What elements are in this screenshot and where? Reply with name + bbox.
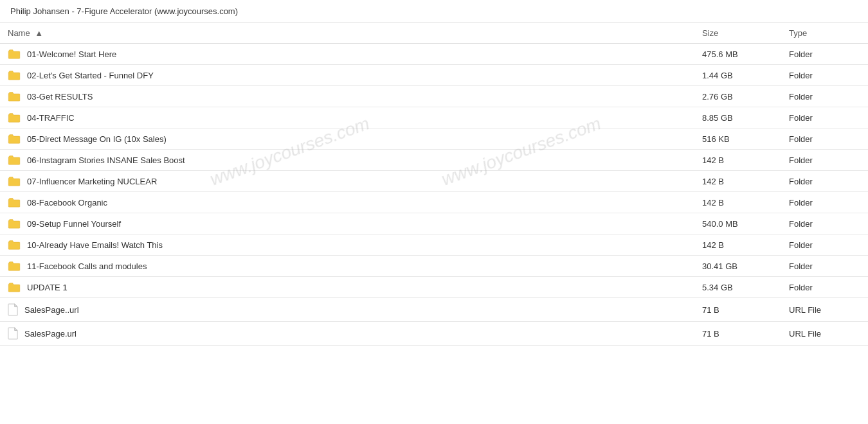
file-name-text: 02-Let's Get Started - Funnel DFY <box>27 71 154 80</box>
file-name-cell: UPDATE 1 <box>0 277 694 298</box>
file-size-cell: 540.0 MB <box>694 213 781 234</box>
table-row[interactable]: 04-TRAFFIC8.85 GBFolder <box>0 107 868 128</box>
sort-icon: ▲ <box>35 28 43 38</box>
folder-icon <box>8 218 21 229</box>
file-type-cell: Folder <box>781 44 868 65</box>
file-size-cell: 8.85 GB <box>694 107 781 128</box>
file-type-cell: Folder <box>781 86 868 107</box>
file-name-cell: SalesPage..url <box>0 298 694 322</box>
file-type-cell: Folder <box>781 107 868 128</box>
file-table: Name ▲ Size Type 01-Welcome! Start Here4… <box>0 23 868 346</box>
file-size-cell: 30.41 GB <box>694 256 781 277</box>
table-row[interactable]: 03-Get RESULTS2.76 GBFolder <box>0 86 868 107</box>
file-icon <box>8 303 18 316</box>
file-name-cell: 06-Instagram Stories INSANE Sales Boost <box>0 150 694 171</box>
file-type-cell: Folder <box>781 234 868 256</box>
file-type-cell: Folder <box>781 171 868 192</box>
table-row[interactable]: 11-Facebook Calls and modules30.41 GBFol… <box>0 256 868 277</box>
folder-icon <box>8 176 21 186</box>
file-type-cell: Folder <box>781 128 868 150</box>
table-header-row: Name ▲ Size Type <box>0 23 868 44</box>
name-header-label: Name <box>8 28 30 38</box>
file-name-text: 03-Get RESULTS <box>27 92 93 102</box>
file-name-cell: 11-Facebook Calls and modules <box>0 256 694 277</box>
file-type-cell: Folder <box>781 213 868 234</box>
file-name-text: 10-Already Have Emails! Watch This <box>27 240 163 250</box>
folder-icon <box>8 134 21 144</box>
file-name-text: SalesPage..url <box>24 305 79 315</box>
window-title: Philip Johansen - 7-Figure Accelerator (… <box>0 0 868 23</box>
name-column-header[interactable]: Name ▲ <box>0 23 694 44</box>
table-row[interactable]: 09-Setup Funnel Yourself540.0 MBFolder <box>0 213 868 234</box>
file-name-text: 11-Facebook Calls and modules <box>27 261 147 271</box>
file-size-cell: 475.6 MB <box>694 44 781 65</box>
file-type-cell: Folder <box>781 277 868 298</box>
file-type-cell: Folder <box>781 150 868 171</box>
table-row[interactable]: UPDATE 15.34 GBFolder <box>0 277 868 298</box>
file-icon <box>8 327 18 340</box>
file-size-cell: 5.34 GB <box>694 277 781 298</box>
file-size-cell: 1.44 GB <box>694 65 781 86</box>
file-name-cell: 04-TRAFFIC <box>0 107 694 128</box>
type-header-label: Type <box>789 28 807 38</box>
file-name-text: 01-Welcome! Start Here <box>27 49 116 59</box>
file-name-cell: 07-Influencer Marketing NUCLEAR <box>0 171 694 192</box>
folder-icon <box>8 70 21 80</box>
file-name-cell: 09-Setup Funnel Yourself <box>0 213 694 234</box>
file-name-text: 07-Influencer Marketing NUCLEAR <box>27 177 157 186</box>
file-type-cell: URL File <box>781 298 868 322</box>
folder-icon <box>8 240 21 250</box>
file-size-cell: 142 B <box>694 150 781 171</box>
folder-icon <box>8 155 21 165</box>
folder-icon <box>8 261 21 271</box>
file-name-text: 04-TRAFFIC <box>27 113 75 123</box>
folder-icon <box>8 282 21 292</box>
folder-icon <box>8 49 21 59</box>
type-column-header[interactable]: Type <box>781 23 868 44</box>
table-row[interactable]: 06-Instagram Stories INSANE Sales Boost1… <box>0 150 868 171</box>
table-row[interactable]: 10-Already Have Emails! Watch This142 BF… <box>0 234 868 256</box>
file-type-cell: Folder <box>781 65 868 86</box>
file-name-cell: 05-Direct Message On IG (10x Sales) <box>0 128 694 150</box>
table-row[interactable]: 08-Facebook Organic142 BFolder <box>0 192 868 213</box>
folder-icon <box>8 91 21 102</box>
file-name-text: SalesPage.url <box>24 329 77 339</box>
file-type-cell: URL File <box>781 322 868 346</box>
folder-icon <box>8 197 21 208</box>
file-type-cell: Folder <box>781 256 868 277</box>
table-row[interactable]: SalesPage.url71 BURL File <box>0 322 868 346</box>
folder-icon <box>8 112 21 123</box>
file-size-cell: 142 B <box>694 171 781 192</box>
file-name-cell: SalesPage.url <box>0 322 694 346</box>
file-name-cell: 08-Facebook Organic <box>0 192 694 213</box>
file-name-cell: 01-Welcome! Start Here <box>0 44 694 65</box>
file-name-text: 09-Setup Funnel Yourself <box>27 219 121 229</box>
size-header-label: Size <box>702 28 718 38</box>
table-row[interactable]: 02-Let's Get Started - Funnel DFY1.44 GB… <box>0 65 868 86</box>
file-name-text: 05-Direct Message On IG (10x Sales) <box>27 134 167 144</box>
file-name-text: 06-Instagram Stories INSANE Sales Boost <box>27 155 185 165</box>
file-size-cell: 142 B <box>694 192 781 213</box>
size-column-header[interactable]: Size <box>694 23 781 44</box>
table-row[interactable]: 05-Direct Message On IG (10x Sales)516 K… <box>0 128 868 150</box>
window-title-text: Philip Johansen - 7-Figure Accelerator (… <box>10 6 238 16</box>
file-name-cell: 10-Already Have Emails! Watch This <box>0 234 694 256</box>
file-size-cell: 71 B <box>694 298 781 322</box>
file-size-cell: 2.76 GB <box>694 86 781 107</box>
file-name-cell: 03-Get RESULTS <box>0 86 694 107</box>
file-type-cell: Folder <box>781 192 868 213</box>
file-name-cell: 02-Let's Get Started - Funnel DFY <box>0 65 694 86</box>
table-row[interactable]: 01-Welcome! Start Here475.6 MBFolder <box>0 44 868 65</box>
file-name-text: 08-Facebook Organic <box>27 198 107 208</box>
file-name-text: UPDATE 1 <box>27 283 68 292</box>
table-row[interactable]: SalesPage..url71 BURL File <box>0 298 868 322</box>
file-size-cell: 142 B <box>694 234 781 256</box>
file-size-cell: 516 KB <box>694 128 781 150</box>
table-row[interactable]: 07-Influencer Marketing NUCLEAR142 BFold… <box>0 171 868 192</box>
file-size-cell: 71 B <box>694 322 781 346</box>
